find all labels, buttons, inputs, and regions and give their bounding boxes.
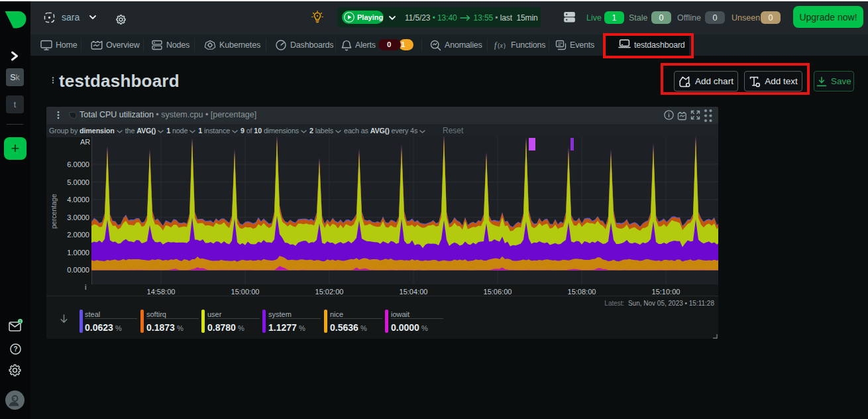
svg-text:): ) bbox=[504, 42, 506, 49]
svg-text:(: ( bbox=[498, 42, 500, 49]
svg-text:?: ? bbox=[13, 345, 17, 353]
svg-text:x: x bbox=[500, 42, 504, 49]
